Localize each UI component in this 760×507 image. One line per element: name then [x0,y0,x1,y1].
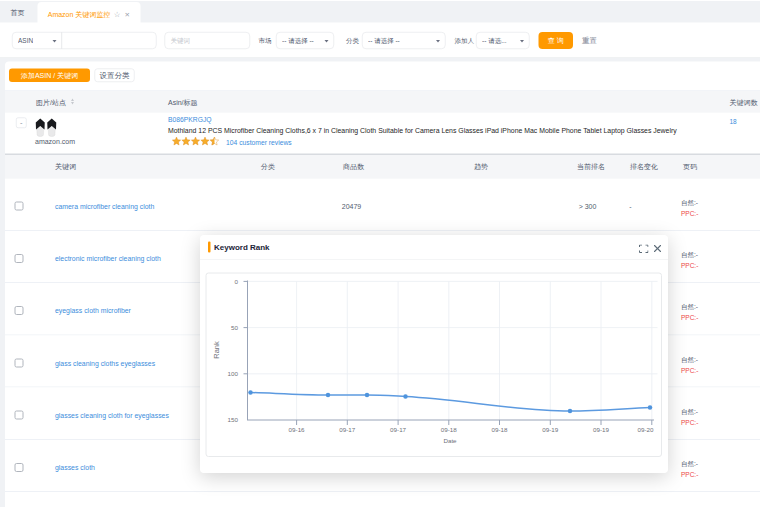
svg-text:09-19: 09-19 [542,426,559,433]
svg-text:09-19: 09-19 [593,426,610,433]
svg-text:09-18: 09-18 [492,426,509,433]
svg-text:09-20: 09-20 [638,426,655,433]
svg-text:0: 0 [235,278,239,285]
svg-text:09-16: 09-16 [289,426,306,433]
svg-text:Date: Date [443,437,457,444]
svg-text:09-18: 09-18 [441,426,458,433]
svg-text:Rank: Rank [212,341,221,359]
svg-text:100: 100 [228,370,239,377]
svg-text:150: 150 [228,416,239,423]
svg-text:50: 50 [231,324,238,331]
svg-text:09-17: 09-17 [390,426,407,433]
svg-text:09-17: 09-17 [339,426,356,433]
